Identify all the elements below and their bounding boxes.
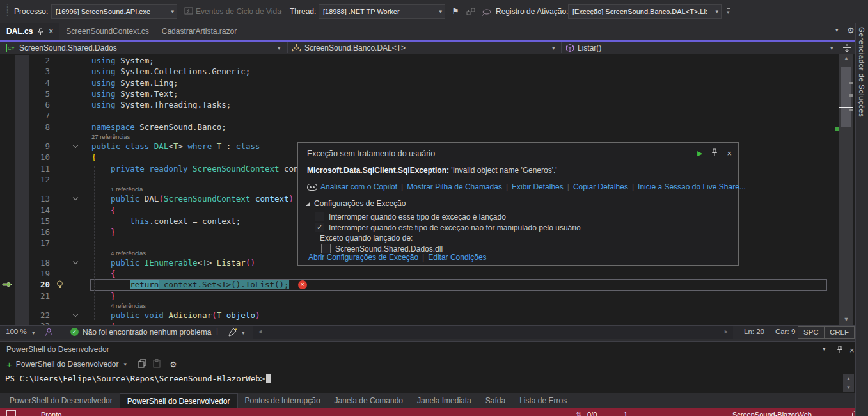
line-ending-indicator[interactable]: CRLF: [824, 326, 855, 339]
chevron-down-icon[interactable]: ▾: [279, 9, 282, 15]
paste-icon[interactable]: [153, 359, 161, 370]
exception-checkbox-row-1[interactable]: Interromper quando esse tipo de exceção …: [315, 212, 506, 221]
thread-dropdown[interactable]: [18988] .NET TP Worker ▾: [319, 4, 445, 19]
exception-action-analisar-com-o-copilot[interactable]: Analisar com o Copilot: [307, 182, 397, 191]
checkbox-unchecked[interactable]: [321, 244, 331, 253]
split-editor-button[interactable]: [842, 43, 852, 54]
panel-tab-lista-de-erros-6[interactable]: Lista de Erros: [512, 393, 574, 408]
repo-name[interactable]: ScreenSound-BlazorWeb: [732, 411, 812, 416]
scrollbar-saved-change-mark: [835, 127, 839, 131]
except-module-checkbox-row[interactable]: ScreenSound.Shared.Dados.dll: [321, 244, 443, 253]
sync-arrows-icon[interactable]: ⇅: [576, 411, 581, 416]
live-share-person-icon[interactable]: [45, 328, 53, 338]
health-status-text[interactable]: Não foi encontrado nenhum problema: [83, 328, 211, 337]
scroll-down-icon[interactable]: ▼: [843, 381, 854, 390]
terminal-scrollbar[interactable]: ▲ ▼: [843, 374, 854, 392]
project-dropdown[interactable]: C# ScreenSound.Shared.Dados: [6, 42, 117, 54]
panel-tab-janela-imediata-4[interactable]: Janela Imediata: [410, 393, 478, 408]
checkbox-checked[interactable]: ✓: [315, 223, 324, 232]
collapse-chevron-icon[interactable]: [73, 312, 78, 317]
tab-label: ScreenSoundContext.cs: [66, 27, 148, 36]
panel-tab-sa-da-5[interactable]: Saída: [478, 393, 512, 408]
codelens-references[interactable]: 4 referências: [0, 301, 855, 310]
exception-error-icon[interactable]: ×: [298, 280, 307, 289]
gear-icon[interactable]: ⚙: [847, 26, 855, 35]
exception-settings-link-abrir-configura-es-de-exce-o[interactable]: Abrir Configurações de Exceção: [308, 253, 418, 262]
branch-count[interactable]: 1: [624, 411, 627, 416]
terminal-prompt[interactable]: PS C:\Users\Felipe\Source\Repos\ScreenSo…: [5, 374, 271, 383]
exception-action-mostrar-pilha-de-chamadas[interactable]: Mostrar Pilha de Chamadas: [407, 182, 502, 191]
tab-screensoundcontext-cs[interactable]: ScreenSoundContext.cs: [59, 23, 155, 40]
new-terminal-button[interactable]: +: [6, 359, 12, 370]
tab-cadastrarartista-razor[interactable]: CadastrarArtista.razor: [155, 23, 243, 40]
chevron-down-icon[interactable]: ▾: [242, 330, 245, 336]
collapse-chevron-icon[interactable]: [73, 143, 78, 148]
chevron-down-icon[interactable]: ▾: [830, 45, 833, 51]
type-dropdown[interactable]: ScreenSound.Banco.DAL<T>: [292, 42, 406, 54]
chevron-down-icon[interactable]: ▾: [124, 361, 127, 367]
editor-horizontal-scrollbar[interactable]: ◄ ►: [253, 326, 733, 339]
chevron-down-icon[interactable]: ▾: [32, 330, 35, 336]
code-cleanup-broom-icon[interactable]: [228, 327, 239, 339]
chevron-down-icon: ▾: [171, 5, 174, 18]
collapse-chevron-icon[interactable]: [73, 259, 78, 264]
close-icon[interactable]: ×: [49, 27, 53, 36]
chevron-down-icon[interactable]: ▾: [278, 45, 281, 51]
scroll-right-icon[interactable]: ►: [723, 328, 729, 335]
lifecycle-events-button[interactable]: Eventos de Ciclo de Vida: [196, 7, 281, 16]
sync-count[interactable]: 0/0: [587, 411, 597, 416]
member-dropdown[interactable]: Listar(): [565, 42, 601, 54]
continue-play-icon[interactable]: ▶: [697, 149, 702, 157]
gear-icon[interactable]: ⚙: [170, 360, 177, 369]
toolbar-overflow-button[interactable]: ▾: [727, 8, 730, 15]
exception-action-inicie-a-sess-o-do-live-share[interactable]: Inicie a Sessão do Live Share...: [638, 182, 746, 191]
zoom-dropdown[interactable]: 100 %: [6, 328, 27, 335]
toolbar-grip[interactable]: ⋮⋮⋮: [4, 5, 6, 18]
panel-tab-pontos-de-interrup-o-2[interactable]: Pontos de Interrupção: [238, 393, 327, 408]
code-line-23: 23 {: [0, 321, 855, 325]
exception-settings-link-editar-condi-es[interactable]: Editar Condições: [428, 253, 486, 262]
pin-icon[interactable]: [837, 344, 843, 356]
main-status-bar: Pronto ⇅ 0/0 1 ScreenSound-BlazorWeb: [0, 408, 868, 416]
line-number: 13: [29, 193, 50, 204]
exception-checkbox-row-2[interactable]: ✓Interromper quando este tipo de exceção…: [315, 223, 581, 232]
copy-icon[interactable]: [138, 359, 146, 370]
scroll-left-icon[interactable]: ◄: [257, 328, 263, 335]
exception-settings-expander[interactable]: Configurações de Exceção: [306, 199, 406, 208]
terminal-type-dropdown[interactable]: PowerShell do Desenvolvedor: [16, 360, 119, 369]
close-icon[interactable]: ×: [849, 346, 855, 355]
panel-tab-janela-de-comando-3[interactable]: Janela de Comando: [327, 393, 410, 408]
editor-vertical-scrollbar[interactable]: ▲ ▼: [839, 54, 853, 325]
spaces-indicator[interactable]: SPC: [798, 326, 825, 339]
exception-action-copiar-detalhes[interactable]: Copiar Detalhes: [573, 182, 628, 191]
close-icon[interactable]: ×: [727, 148, 732, 158]
scrollbar-thumb[interactable]: [841, 67, 851, 127]
tab-dal-cs[interactable]: DAL.cs×: [0, 23, 59, 40]
exception-action-exibir-detalhes[interactable]: Exibir Detalhes: [512, 182, 564, 191]
flag-icon[interactable]: ⚑: [450, 6, 461, 17]
chevron-down-icon[interactable]: ▾: [552, 45, 555, 51]
panel-tab-powershell-do-desenvolvedor-0[interactable]: PowerShell do Desenvolvedor: [3, 393, 120, 408]
exception-actions: Analisar com o Copilot|Mostrar Pilha de …: [307, 182, 746, 191]
pin-icon[interactable]: [711, 148, 718, 158]
scroll-down-icon[interactable]: ▼: [839, 316, 853, 323]
checkbox-unchecked[interactable]: [315, 212, 324, 221]
class-icon: [292, 44, 301, 52]
markers-icon[interactable]: [465, 7, 477, 19]
pin-icon[interactable]: [38, 28, 43, 35]
scroll-up-icon[interactable]: ▲: [843, 374, 854, 381]
navbar-divider: [287, 42, 288, 53]
process-dropdown[interactable]: [16996] ScreenSound.API.exe ▾: [51, 4, 177, 19]
scroll-up-icon[interactable]: ▲: [839, 55, 853, 61]
panel-tab-powershell-do-desenvolvedor-1[interactable]: PowerShell do Desenvolvedor: [120, 393, 238, 408]
solution-explorer-side-tab[interactable]: Gerenciador de Soluções: [855, 23, 868, 416]
chevron-down-icon[interactable]: ▾: [823, 346, 826, 352]
tab-list-chevron-icon[interactable]: ▾: [835, 27, 839, 33]
codelens-references[interactable]: 27 referências: [0, 132, 855, 141]
collapse-chevron-icon[interactable]: [73, 195, 78, 200]
lightbulb-icon[interactable]: [56, 280, 63, 289]
code-line-21: 21 }: [0, 291, 855, 301]
activation-log-label: Registro de Ativação:: [496, 7, 568, 16]
lasso-icon[interactable]: [481, 8, 493, 19]
activation-log-dropdown[interactable]: [Exceção] ScreenSound.Banco.DAL<T>.Li: ▾: [568, 4, 722, 19]
